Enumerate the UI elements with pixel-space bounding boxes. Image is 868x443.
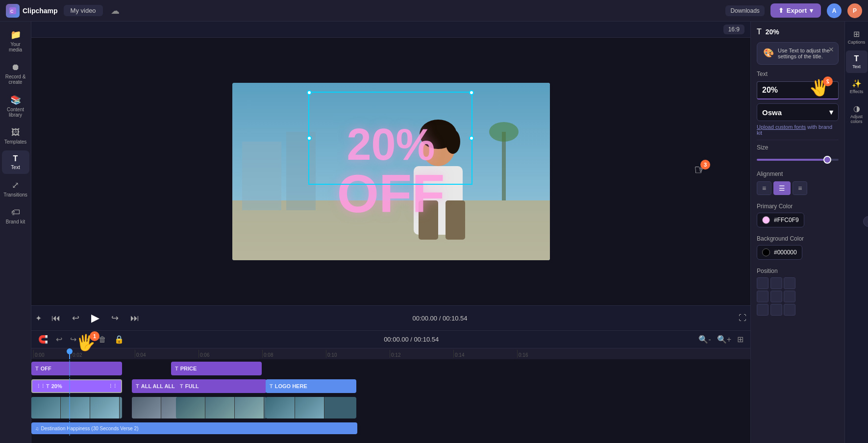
upload-fonts-row: Upload custom fonts with brand kit bbox=[757, 124, 839, 136]
align-right-button[interactable]: ≡ bbox=[793, 181, 807, 195]
sidebar-item-transitions[interactable]: ⤢ Transitions bbox=[2, 176, 29, 201]
timeline-cut-button[interactable]: ✂ bbox=[82, 334, 93, 345]
skip-back-button[interactable]: ⏮ bbox=[50, 311, 62, 325]
effects-icon: ✨ bbox=[852, 79, 862, 88]
magic-wand-button[interactable]: ✦ bbox=[35, 314, 42, 323]
audio-clip[interactable]: ♫ Destination Happiness (30 Seconds Vers… bbox=[31, 422, 357, 434]
pos-top-right[interactable] bbox=[784, 277, 795, 289]
clip-logo-here[interactable]: T LOGO HERE bbox=[266, 379, 356, 393]
skip-forward-button[interactable]: ⏭ bbox=[128, 311, 141, 325]
downloads-button[interactable]: Downloads bbox=[725, 5, 764, 16]
sidebar-item-text[interactable]: T Text bbox=[2, 150, 29, 174]
timeline-undo-button[interactable]: ↩ bbox=[54, 334, 64, 345]
cloud-save-icon: ☁ bbox=[111, 5, 120, 16]
align-center-button[interactable]: ☰ bbox=[773, 181, 791, 195]
playhead[interactable] bbox=[69, 348, 70, 359]
topbar: C Clipchamp My video ☁ Downloads ⬆ Expor… bbox=[0, 0, 868, 22]
export-chevron-icon: ▾ bbox=[810, 7, 813, 14]
timeline-toolbar: 🧲 ↩ ↪ ✂ 🗑 🔒 00:00.00 / 00:10.54 🔍- 🔍+ ⊞ bbox=[31, 331, 750, 348]
sidebar-item-content-library[interactable]: 📚 Content library bbox=[2, 91, 29, 122]
timeline-delete-button[interactable]: 🗑 bbox=[97, 334, 108, 345]
pos-top-left[interactable] bbox=[757, 277, 769, 289]
pos-mid-center[interactable] bbox=[770, 291, 782, 302]
app-logo: C Clipchamp bbox=[6, 4, 58, 18]
clip-price[interactable]: T PRICE bbox=[171, 362, 262, 375]
panel-item-name: 20% bbox=[766, 28, 779, 36]
tooltip-close-button[interactable]: ✕ bbox=[828, 46, 834, 53]
sidebar-item-your-media[interactable]: 📁 Your media bbox=[2, 25, 29, 56]
panel-icon-adjust-colors[interactable]: ◑ Adjust colors bbox=[846, 100, 868, 128]
ruler-marks: 0:00 0:02 0:04 0:06 0:08 0:10 0:12 0:14 … bbox=[33, 350, 748, 358]
zoom-out-button[interactable]: 🔍- bbox=[696, 334, 713, 345]
font-name: Oswa bbox=[762, 108, 782, 117]
ruler-mark-14: 0:14 bbox=[453, 350, 517, 358]
profile-button[interactable]: P bbox=[847, 3, 862, 18]
clip-20pct[interactable]: ⋮⋮ T 20% ⋮⋮ bbox=[31, 379, 122, 393]
tooltip-text: Use Text to adjust the settings of the t… bbox=[778, 48, 832, 59]
ruler-mark-6: 0:06 bbox=[198, 350, 262, 358]
ruler-mark-16: 0:16 bbox=[517, 350, 581, 358]
timeline-ruler: 0:00 0:02 0:04 0:06 0:08 0:10 0:12 0:14 … bbox=[31, 348, 750, 359]
timeline-time-display: 00:00.00 / 00:10.54 bbox=[130, 336, 693, 343]
font-selector[interactable]: Oswa ▾ bbox=[757, 103, 839, 121]
video-clip-1[interactable] bbox=[31, 397, 122, 418]
text-input[interactable] bbox=[757, 81, 839, 99]
right-panel: T 20% 🎨 Use Text to adjust the settings … bbox=[750, 22, 868, 443]
logo-icon: C bbox=[6, 4, 20, 18]
timeline-redo-button[interactable]: ↪ bbox=[68, 334, 78, 345]
pos-top-center[interactable] bbox=[770, 277, 782, 289]
background-color-swatch[interactable]: #000000 bbox=[757, 245, 802, 260]
panel-icon-effects[interactable]: ✨ Effects bbox=[846, 75, 868, 98]
record-icon: ⏺ bbox=[11, 62, 20, 73]
pos-bot-right[interactable] bbox=[784, 304, 795, 316]
text-track-2: ⋮⋮ T 20% ⋮⋮ T ALL ALL ALL A T FULL T bbox=[31, 378, 750, 394]
clip-full[interactable]: T FULL bbox=[176, 379, 267, 393]
panel-icon-text[interactable]: T Text bbox=[846, 50, 868, 73]
export-button[interactable]: ⬆ Export ▾ bbox=[770, 3, 821, 18]
align-left-button[interactable]: ≡ bbox=[757, 181, 771, 195]
clip-off[interactable]: T OFF bbox=[31, 362, 122, 375]
pos-bot-center[interactable] bbox=[770, 304, 782, 316]
upload-fonts-link[interactable]: Upload custom fonts bbox=[757, 124, 806, 130]
svg-text:C: C bbox=[10, 9, 14, 14]
ruler-mark-0: 0:00 bbox=[33, 350, 71, 358]
font-chevron-icon: ▾ bbox=[829, 108, 833, 117]
pos-mid-left[interactable] bbox=[757, 291, 769, 302]
video-text-20pct: 20% bbox=[347, 123, 435, 167]
rewind-button[interactable]: ↩ bbox=[70, 311, 81, 325]
ratio-badge[interactable]: 16:9 bbox=[723, 25, 744, 34]
fullscreen-button[interactable]: ⛶ bbox=[739, 314, 746, 322]
alignment-label: Alignment bbox=[757, 171, 839, 177]
position-grid bbox=[757, 277, 796, 316]
primary-color-swatch[interactable]: #FFC0F9 bbox=[757, 213, 804, 227]
sidebar-item-templates[interactable]: 🖼 Templates bbox=[2, 123, 29, 148]
timeline-lock-button[interactable]: 🔒 bbox=[112, 334, 126, 345]
size-slider[interactable] bbox=[757, 159, 839, 161]
play-button[interactable]: ▶ bbox=[89, 310, 101, 326]
video-clip-3[interactable] bbox=[176, 397, 267, 418]
pos-mid-right[interactable] bbox=[784, 291, 795, 302]
video-clip-4[interactable] bbox=[266, 397, 356, 418]
playback-time: 00:00.00 / 00:10.54 bbox=[149, 315, 731, 322]
text-panel-icon: T bbox=[854, 54, 859, 63]
timeline-zoom-controls: 🔍- 🔍+ ⊞ bbox=[696, 334, 745, 345]
position-label: Position bbox=[757, 268, 839, 274]
pos-bot-left[interactable] bbox=[757, 304, 769, 316]
background-color-hex: #000000 bbox=[774, 249, 797, 256]
right-panel-content: T 20% 🎨 Use Text to adjust the settings … bbox=[751, 22, 844, 443]
canvas-toolbar: 16:9 bbox=[31, 22, 750, 38]
zoom-in-button[interactable]: 🔍+ bbox=[715, 334, 733, 345]
sidebar-item-record-create[interactable]: ⏺ Record & create bbox=[2, 58, 29, 89]
sidebar-item-brand-kit[interactable]: 🏷 Brand kit bbox=[2, 203, 29, 228]
transitions-icon: ⤢ bbox=[12, 180, 19, 191]
timeline-expand-button[interactable]: ⊞ bbox=[735, 334, 745, 345]
panel-icon-captions[interactable]: ⊞ Captions bbox=[846, 25, 868, 49]
fast-forward-button[interactable]: ↪ bbox=[109, 311, 121, 325]
timeline-tracks: 0:00 0:02 0:04 0:06 0:08 0:10 0:12 0:14 … bbox=[31, 348, 750, 437]
project-tab[interactable]: My video bbox=[64, 5, 103, 16]
avatar[interactable]: A bbox=[827, 3, 842, 18]
tooltip-box: 🎨 Use Text to adjust the settings of the… bbox=[757, 42, 839, 65]
timeline-magnet-button[interactable]: 🧲 bbox=[36, 334, 50, 345]
background-color-section: Background Color #000000 bbox=[757, 235, 839, 260]
export-icon: ⬆ bbox=[778, 7, 784, 14]
